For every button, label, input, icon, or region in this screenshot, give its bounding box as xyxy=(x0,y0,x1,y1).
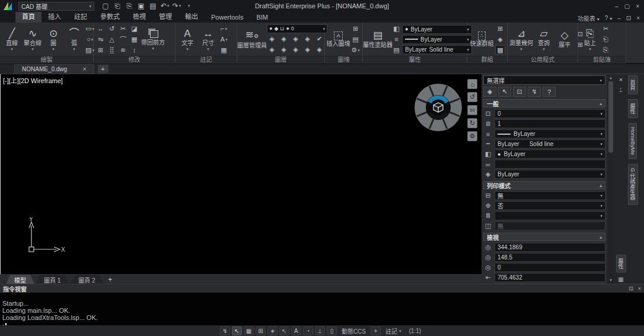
redo-button[interactable]: ↷▾ xyxy=(171,1,182,11)
tab-sheet2[interactable]: 圖頁 2 xyxy=(70,275,103,284)
print-table-field[interactable]: ▾ xyxy=(495,211,605,220)
layer-unlock-button[interactable]: ◈ xyxy=(302,45,313,55)
layer-state-ok-button[interactable]: ✔ xyxy=(314,34,324,44)
viewport-label[interactable]: [-][上][2D Wireframe] xyxy=(3,75,63,85)
crosshair-button[interactable]: + xyxy=(371,327,381,335)
linestyle-field[interactable]: ByLayerSolid line▾ xyxy=(495,140,605,148)
rotate-ccw-button[interactable]: ↺ xyxy=(467,92,477,102)
palette-help-button[interactable]: ? xyxy=(543,87,556,97)
lineweight-toggle[interactable]: ▯ xyxy=(327,327,337,335)
layer-freeze-button[interactable]: ◈ xyxy=(291,34,301,44)
property-painter-button[interactable]: ▤ 屬性塗貼器 xyxy=(365,23,391,55)
linestyle-dropdown[interactable]: ByLayer Solid line ▾ xyxy=(402,45,472,54)
palette-scrollbar[interactable]: ▴ ▾ xyxy=(607,74,614,284)
side-tab-home[interactable]: 首頁 xyxy=(628,75,638,94)
mirror-button[interactable]: △ xyxy=(107,34,117,44)
cut-button[interactable]: ✂ xyxy=(601,24,611,33)
align-button[interactable]: ↕ xyxy=(129,45,139,55)
entity-track-toggle[interactable]: A xyxy=(291,327,301,335)
snap-filter-toggle[interactable]: ↯ xyxy=(220,327,230,335)
document-tab[interactable]: NONAME_0.dwg × xyxy=(14,64,94,74)
fillet-button[interactable]: ⌒ xyxy=(118,34,128,44)
group-display-button[interactable]: ▩ xyxy=(495,45,505,55)
lineweight-dropdown[interactable]: ByLayer ▾ xyxy=(402,35,472,44)
print-field[interactable]: 否▾ xyxy=(495,201,605,210)
tab-home[interactable]: 首頁 xyxy=(15,10,42,23)
import-button[interactable]: ⎘ xyxy=(124,1,135,11)
print-style-field[interactable]: 無▾ xyxy=(495,191,605,200)
tab-manage[interactable]: 管理 xyxy=(152,10,178,23)
rotate-90-button[interactable]: 90 xyxy=(467,105,477,115)
lineweight-field[interactable]: ByLayer▾ xyxy=(495,129,605,138)
center-x-field[interactable]: 344.1869 xyxy=(495,243,605,252)
section-view[interactable]: 檢視 ▴ xyxy=(483,233,605,241)
drawing-canvas[interactable]: [-][上][2D Wireframe] xyxy=(0,74,482,274)
dynamic-ccs-toggle[interactable]: 動態CCS xyxy=(339,327,369,335)
layer-match-button[interactable]: ◈ xyxy=(314,45,324,55)
minimize-button[interactable]: – xyxy=(615,3,619,9)
palette-close-icon[interactable]: × xyxy=(619,76,623,83)
layer-thaw-button[interactable]: ◈ xyxy=(291,45,301,55)
view-width-field[interactable]: 705.4632 xyxy=(495,273,605,282)
line-button[interactable]: ╱ 直線 ▾ xyxy=(2,23,22,55)
snap-toggle[interactable]: ⊞ xyxy=(256,327,266,335)
help-button[interactable]: ? ▾ xyxy=(605,15,612,21)
polyline-button[interactable]: ∿ 聚合線 ▾ xyxy=(23,23,43,55)
center-y-field[interactable]: 148.5 xyxy=(495,253,605,262)
text-button[interactable]: A 文字 ▾ xyxy=(177,23,197,55)
quick-select-button[interactable]: ↯ xyxy=(528,87,541,97)
command-window-header[interactable]: 指令視窗 ⊡ × xyxy=(0,284,644,293)
doc-close-button[interactable]: × xyxy=(636,15,640,21)
workspace-selector[interactable]: CAD 基礎 ▾ xyxy=(18,2,94,11)
section-general[interactable]: 一般 ▴ xyxy=(483,99,605,107)
close-button[interactable]: × xyxy=(636,3,639,9)
scroll-up-icon[interactable]: ▴ xyxy=(610,74,612,81)
block-edit-button[interactable]: ⚙▾ xyxy=(350,45,361,55)
measure-geometry-button[interactable]: ⊿ 測量幾何 ▾ xyxy=(509,23,533,55)
restore-button[interactable]: ▢ xyxy=(624,3,630,9)
pattern-button[interactable]: ⣿ xyxy=(107,45,117,55)
pointer-toggle[interactable]: ↖ xyxy=(232,327,242,335)
layer-manager-button[interactable]: ≋⚙ 圖層管理員 xyxy=(239,23,265,55)
paste-special-button[interactable]: ⎘ xyxy=(601,45,611,55)
define-attribute-button[interactable]: ▤ xyxy=(350,34,361,44)
layer-show-button[interactable]: ◈ xyxy=(267,45,277,55)
section-print-style[interactable]: 列印樣式 ▴ xyxy=(483,181,605,189)
layer-unisolate-button[interactable]: ◈ xyxy=(279,45,289,55)
make-block-button[interactable]: ⊞ xyxy=(350,24,361,33)
selection-dropdown[interactable]: 無選擇 ▾ xyxy=(483,75,605,85)
annotation-scale-dropdown[interactable]: 註記▾ xyxy=(382,327,404,335)
side-tab-properties[interactable]: 屬性 xyxy=(628,99,638,118)
command-float-icon[interactable]: ⊡ xyxy=(629,286,633,291)
add-sheet-button[interactable]: + xyxy=(105,275,116,284)
inquiry-button[interactable]: ▱ 查詢 ▾ xyxy=(534,23,554,55)
tab-output[interactable]: 輸出 xyxy=(178,10,205,23)
scrollbar-thumb[interactable] xyxy=(608,81,613,153)
ungroup-button[interactable]: ⊞ xyxy=(495,24,505,33)
select-window-button[interactable]: ⊡ xyxy=(513,87,526,97)
linetype-scale-field[interactable]: 1 xyxy=(495,119,605,128)
tab-model[interactable]: 模型 xyxy=(6,275,34,284)
command-history[interactable]: Startup... Loading main.lsp... OK. Loadi… xyxy=(0,293,644,329)
offset-button[interactable]: ▦ xyxy=(129,34,139,44)
rotate-cw-button[interactable]: ↻ xyxy=(467,118,477,128)
protractor-toggle[interactable]: ◔ xyxy=(303,327,313,335)
quick-group-button[interactable]: ∴ 快速群組 xyxy=(469,23,495,55)
bring-to-front-button[interactable]: 帶回前方 ▾ xyxy=(140,23,166,55)
view-settings-button[interactable]: ⚙ xyxy=(467,131,477,141)
material-field[interactable]: ByLayer▾ xyxy=(495,170,605,179)
layer-lock-button[interactable]: ◈ xyxy=(302,34,313,44)
tab-view[interactable]: 檢視 xyxy=(126,10,152,23)
tab-parametric[interactable]: 參數式 xyxy=(94,10,126,23)
new-file-button[interactable]: ▢ xyxy=(100,1,111,11)
open-file-button[interactable]: ⎗ xyxy=(112,1,123,11)
select-entities-button[interactable]: ↖ xyxy=(498,87,511,97)
rotate-button[interactable]: ↺ xyxy=(107,24,117,33)
polar-guide-toggle[interactable]: ∗ xyxy=(267,327,278,335)
palette-pin-icon[interactable]: ⌶ xyxy=(619,87,623,94)
ortho-toggle[interactable]: ⊥ xyxy=(315,327,325,335)
color-dropdown[interactable]: ● ByLayer ▾ xyxy=(402,25,472,34)
layer-dropdown[interactable]: ● ◆ ⊔ ● 0 ▾ xyxy=(267,24,327,33)
tab-powertools[interactable]: Powertools xyxy=(205,12,250,23)
layer-isolate-button[interactable]: ◈ xyxy=(279,34,289,44)
